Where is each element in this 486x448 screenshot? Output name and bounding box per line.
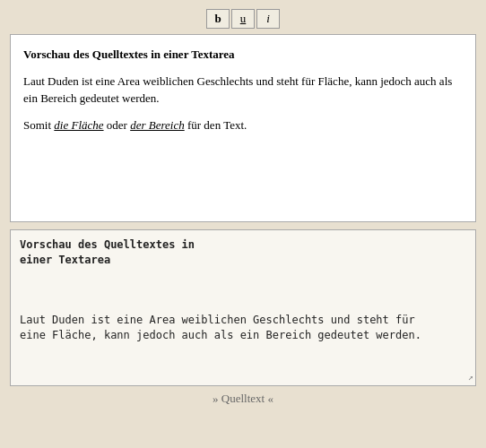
preview-paragraph1: Laut Duden ist eine Area weiblichen Gesc… <box>23 73 463 108</box>
underline-button[interactable]: u <box>231 9 255 29</box>
main-container: b u i Vorschau des Quelltextes in einer … <box>0 0 486 448</box>
preview-paragraph2-prefix: Somit <box>23 118 54 132</box>
preview-paragraph2-middle: oder <box>104 118 131 132</box>
preview-paragraph2-suffix: für den Text. <box>185 118 247 132</box>
preview-area: Vorschau des Quelltextes in einer Textar… <box>10 34 476 222</box>
resize-handle[interactable]: ↗ <box>468 371 473 383</box>
italic-button[interactable]: i <box>256 9 280 29</box>
preview-paragraph2: Somit die Fläche oder der Bereich für de… <box>23 116 463 134</box>
toolbar: b u i <box>206 9 280 29</box>
footer: » Quelltext « <box>213 392 273 406</box>
preview-underline1: die Fläche <box>54 118 103 132</box>
bold-button[interactable]: b <box>206 9 230 29</box>
source-area[interactable]: Vorschau des Quelltextes in einer Textar… <box>10 229 476 386</box>
preview-title: Vorschau des Quelltextes in einer Textar… <box>23 46 463 64</box>
preview-underline2: der Bereich <box>130 118 185 132</box>
source-code: Vorschau des Quelltextes in einer Textar… <box>20 237 466 386</box>
quelltext-link[interactable]: » Quelltext « <box>213 392 273 405</box>
